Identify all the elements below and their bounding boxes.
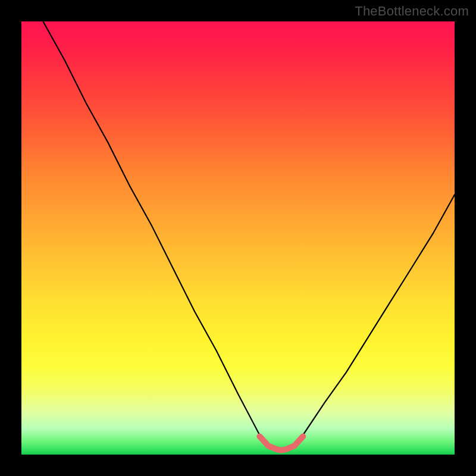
plot-area (21, 21, 455, 455)
target-zone-path (259, 436, 303, 450)
bottleneck-curve-path (43, 21, 455, 450)
curve-overlay (21, 21, 455, 455)
chart-frame: TheBottleneck.com (0, 0, 476, 476)
watermark-text: TheBottleneck.com (355, 4, 469, 19)
